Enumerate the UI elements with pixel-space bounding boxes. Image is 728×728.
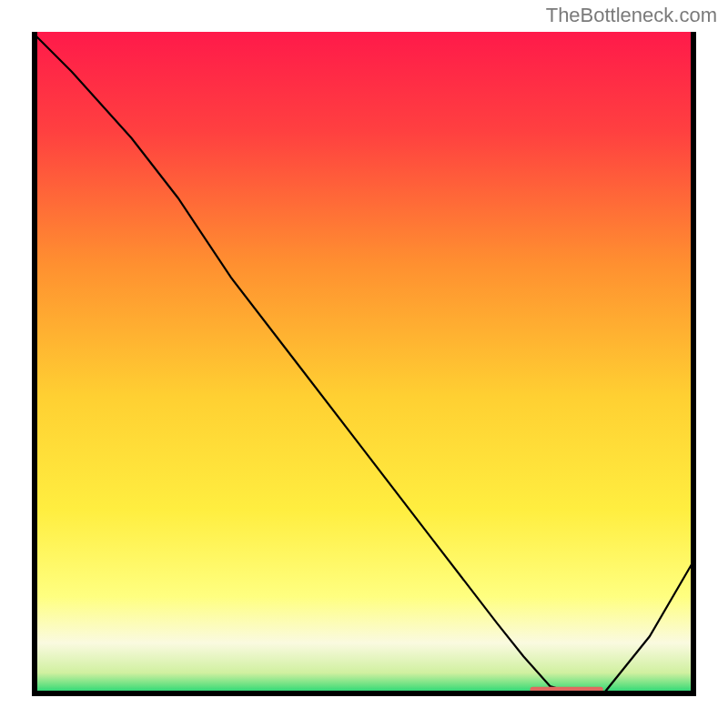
svg-rect-0 (32, 32, 37, 696)
chart-plot-area (32, 32, 696, 696)
svg-rect-1 (691, 32, 696, 696)
svg-rect-2 (32, 691, 696, 696)
watermark-text: TheBottleneck.com (546, 4, 717, 27)
chart-svg (32, 32, 696, 696)
chart-background-gradient (32, 32, 696, 696)
